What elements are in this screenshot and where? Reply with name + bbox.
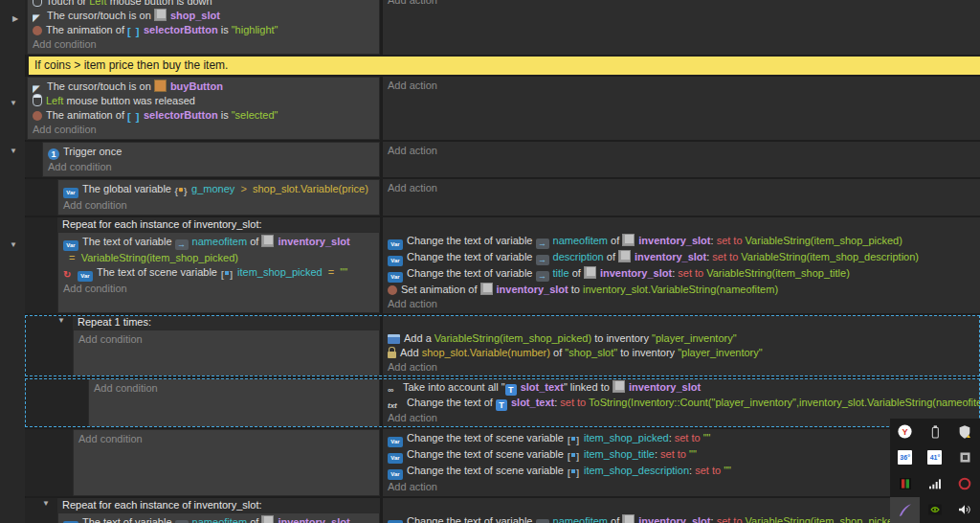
shield-warning-icon[interactable] [950, 419, 980, 444]
condition-row[interactable]: The animation of selectorButton is "high… [33, 23, 375, 37]
comment-buy-logic[interactable]: If coins > item price then buy the item. [29, 57, 980, 75]
conditions-box[interactable]: Touch or Left mouse button is downThe cu… [27, 0, 380, 55]
speaker-icon[interactable] [950, 497, 980, 523]
fold-arrow-expanded-icon[interactable]: ▼ [10, 148, 17, 155]
fold-arrow-expanded-icon[interactable]: ▼ [10, 241, 17, 249]
condition-row[interactable]: The animation of selectorButton is "sele… [33, 108, 375, 123]
event-foreach-inventory-1[interactable]: Repeat for each instance of inventory_sl… [25, 217, 980, 313]
fold-arrow-expanded-icon[interactable]: ▼ [42, 500, 50, 508]
event-update-slot-text[interactable]: Add conditionTake into account all "slot… [25, 378, 980, 427]
text-segment: of [550, 347, 565, 358]
objg-icon [261, 235, 274, 247]
device-icon[interactable] [920, 419, 949, 444]
add-condition-link[interactable]: Add condition [78, 432, 375, 446]
conditions-box[interactable]: Add condition [73, 330, 380, 376]
add-condition-link[interactable]: Add condition [63, 282, 375, 296]
condition-row[interactable]: Left mouse button was released [33, 94, 375, 108]
add-action-link[interactable]: Add action [388, 79, 980, 93]
event-shop-hover[interactable]: Touch or Left mouse button is downThe cu… [25, 0, 980, 55]
event-money-check[interactable]: The global variable g_money > shop_slot.… [25, 179, 980, 216]
event-clear-scene-vars[interactable]: Add conditionChange the text of scene va… [25, 429, 980, 496]
action-row[interactable]: Change the text of variable description … [388, 250, 980, 266]
add-condition-link[interactable]: Add condition [33, 123, 375, 137]
action-row[interactable]: Change the text of slot_text: set to ToS… [388, 396, 980, 411]
add-condition-link[interactable]: Add condition [63, 198, 375, 213]
condition-row[interactable]: The text of variable nameofitem of inven… [63, 515, 375, 523]
actions-column[interactable]: Add action [380, 0, 980, 55]
event-trigger-once[interactable]: Trigger onceAdd conditionAdd action [25, 142, 980, 177]
nvidia-icon[interactable] [920, 497, 949, 523]
temperature-badge-1[interactable]: 36° [890, 444, 920, 470]
text-segment: inventory_slot [638, 515, 710, 523]
actions-column[interactable]: Add a VariableString(item_shop_picked) t… [380, 315, 980, 376]
event-buy-click[interactable]: The cursor/touch is on buyButtonLeft mou… [25, 77, 980, 140]
fold-arrow-expanded-icon[interactable]: ▼ [10, 100, 17, 107]
text-segment: "player_inventory" [652, 332, 737, 344]
fold-arrow-collapsed-icon[interactable]: ▶ [12, 15, 18, 23]
conditions-box[interactable]: The text of variable nameofitem of inven… [57, 232, 380, 313]
gvar-icon [174, 184, 188, 194]
condition-row[interactable]: The cursor/touch is on shop_slot [33, 9, 375, 23]
add-action-link[interactable]: Add action [388, 360, 980, 375]
action-row[interactable]: Add shop_slot.Variable(number) of "shop_… [388, 346, 980, 360]
conditions-box[interactable]: The cursor/touch is on buyButtonLeft mou… [27, 77, 380, 140]
add-condition-link[interactable]: Add condition [94, 381, 375, 396]
action-row[interactable]: Add a VariableString(item_shop_picked) t… [388, 331, 980, 346]
cursor-icon [33, 12, 43, 23]
fold-arrow-expanded-icon[interactable]: ▼ [57, 317, 65, 325]
yandex-browser-icon[interactable]: Y [890, 419, 920, 444]
text-segment: slot_text [511, 397, 554, 408]
actions-column[interactable]: Add action [380, 142, 980, 177]
text-segment: ToString(Inventory::Count("player_invent… [589, 397, 980, 408]
add-action-link[interactable]: Add action [388, 297, 980, 311]
condition-row[interactable]: The cursor/touch is on buyButton [33, 80, 375, 94]
header-spacer [388, 317, 980, 331]
conditions-box[interactable]: Add condition [88, 378, 380, 427]
text-segment: The cursor/touch is on [47, 10, 154, 21]
event-header[interactable]: Repeat 1 times: [73, 315, 380, 330]
text-segment: nameofitem [192, 516, 247, 523]
feather-pen-icon[interactable] [890, 497, 920, 523]
actions-column[interactable]: Add action [380, 179, 980, 216]
condition-row[interactable]: The global variable g_money > shop_slot.… [63, 182, 375, 198]
text-segment: VariableString(item_shop_title) [706, 267, 850, 279]
conditions-box[interactable]: Trigger onceAdd condition [42, 142, 380, 177]
compare-bars-icon[interactable] [890, 471, 920, 497]
mouse-icon [33, 94, 42, 106]
conditions-box[interactable]: The text of variable nameofitem of inven… [57, 512, 380, 523]
conditions-box[interactable]: The global variable g_money > shop_slot.… [57, 179, 380, 216]
temperature-value-2: 41° [930, 454, 941, 461]
text-segment: The cursor/touch is on [47, 80, 154, 92]
event-repeat-1[interactable]: Repeat 1 times:Add conditionAdd a Variab… [25, 315, 980, 376]
indent-spacer [25, 378, 88, 427]
add-action-link[interactable]: Add action [388, 144, 980, 158]
temperature-badge-2[interactable]: 41° [920, 444, 949, 470]
add-action-link[interactable]: Add action [388, 181, 980, 195]
action-row[interactable]: Change the text of variable title of inv… [388, 266, 980, 283]
add-condition-link[interactable]: Add condition [78, 332, 375, 347]
add-action-link[interactable]: Add action [388, 0, 980, 8]
action-row[interactable]: Take into account all "slot_text" linked… [388, 380, 980, 396]
record-icon[interactable] [950, 471, 980, 497]
conditions-column: Repeat 1 times:Add condition [73, 315, 380, 376]
actions-column[interactable]: Add action [380, 77, 980, 140]
add-condition-link[interactable]: Add condition [48, 160, 375, 174]
conditions-box[interactable]: Add condition [73, 429, 380, 496]
signal-bars-icon[interactable] [920, 471, 949, 497]
condition-row[interactable]: The text of variable nameofitem of inven… [63, 235, 375, 265]
add-condition-link[interactable]: Add condition [33, 37, 375, 52]
event-header[interactable]: Repeat for each instance of inventory_sl… [57, 217, 380, 232]
event-header[interactable]: Repeat for each instance of inventory_sl… [57, 498, 380, 512]
actions-column[interactable]: Change the text of variable nameofitem o… [380, 217, 980, 313]
condition-row[interactable]: Touch or Left mouse button is down [33, 0, 375, 9]
action-row[interactable]: Change the text of variable nameofitem o… [388, 234, 980, 250]
event-foreach-inventory-2[interactable]: Repeat for each instance of inventory_sl… [25, 498, 980, 523]
text-segment: VariableString(item_shop_description) [741, 251, 919, 262]
indent-spacer [25, 217, 57, 313]
text-segment: VariableString(item_shop_picked) [81, 252, 238, 263]
window-icon[interactable] [950, 444, 980, 470]
action-row[interactable]: Set animation of inventory_slot to inven… [388, 283, 980, 297]
svg-text:Y: Y [902, 427, 908, 437]
condition-row[interactable]: Trigger once [48, 145, 375, 160]
condition-row[interactable]: The text of scene variable item_shop_pic… [63, 265, 375, 282]
